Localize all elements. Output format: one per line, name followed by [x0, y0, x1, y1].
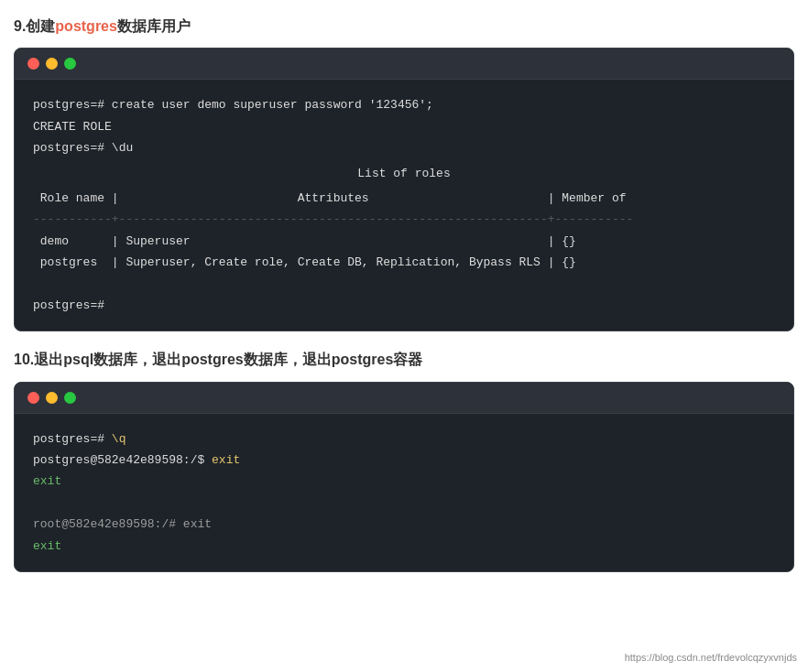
terminal-line: postgres=# \du: [33, 137, 775, 158]
prompt: postgres=#: [33, 141, 112, 155]
terminal-line: postgres=# \q: [33, 428, 775, 450]
cmd-text: exit: [212, 453, 240, 467]
cmd-text: exit: [183, 517, 212, 531]
cmd-text: \du: [112, 141, 133, 155]
terminal-line: postgres@582e42e89598:/$ exit: [33, 450, 775, 471]
heading-text: 10.退出psql数据库，退出postgres数据库，退出postgres容器: [14, 352, 422, 367]
terminal-line-last: postgres=#: [33, 295, 775, 316]
dot-yellow: [46, 392, 58, 404]
empty-line: [33, 493, 775, 514]
dot-green: [64, 392, 76, 404]
prompt: postgres@582e42e89598:/$: [33, 453, 212, 467]
terminal-1-titlebar: [15, 49, 793, 80]
prompt: postgres=#: [33, 298, 112, 312]
cmd-text: \q: [112, 432, 126, 446]
heading-highlight: postgres: [55, 18, 117, 34]
terminal-2-body: postgres=# \q postgres@582e42e89598:/$ e…: [15, 414, 793, 571]
terminal-1: postgres=# create user demo superuser pa…: [14, 48, 794, 331]
watermark: https://blog.csdn.net/frdevolcqzyxvnjds: [621, 650, 801, 665]
section-9-heading: 9.创建postgres数据库用户: [14, 16, 794, 37]
output-exit-2: exit: [33, 536, 775, 557]
output-line: CREATE ROLE: [33, 116, 775, 137]
separator: -----------+----------------------------…: [33, 209, 775, 230]
prompt: postgres=#: [33, 98, 112, 112]
terminal-line: root@582e42e89598:/# exit: [33, 514, 775, 535]
prompt: root@582e42e89598:/#: [33, 517, 183, 531]
section-9: 9.创建postgres数据库用户 postgres=# create user…: [14, 16, 794, 331]
empty-line: [33, 274, 775, 295]
data-row-demo: demo | Superuser | {}: [33, 231, 775, 252]
dot-yellow: [46, 58, 58, 70]
list-header: List of roles: [33, 163, 775, 184]
dot-red: [27, 392, 39, 404]
terminal-1-body: postgres=# create user demo superuser pa…: [15, 80, 793, 331]
terminal-line: postgres=# create user demo superuser pa…: [33, 94, 775, 115]
heading-prefix: 9.创建: [14, 18, 55, 34]
table-header-row: Role name | Attributes | Member of: [33, 188, 775, 209]
prompt: postgres=#: [33, 432, 112, 446]
dot-green: [64, 58, 76, 70]
terminal-2: postgres=# \q postgres@582e42e89598:/$ e…: [14, 382, 794, 572]
section-10-heading: 10.退出psql数据库，退出postgres数据库，退出postgres容器: [14, 350, 794, 370]
heading-suffix: 数据库用户: [117, 18, 191, 34]
output-exit-1: exit: [33, 471, 775, 492]
dot-red: [27, 58, 39, 70]
data-row-postgres: postgres | Superuser, Create role, Creat…: [33, 252, 775, 273]
cmd-text: create user demo superuser password '123…: [112, 98, 433, 112]
terminal-2-titlebar: [15, 383, 793, 414]
section-10: 10.退出psql数据库，退出postgres数据库，退出postgres容器 …: [14, 350, 794, 572]
